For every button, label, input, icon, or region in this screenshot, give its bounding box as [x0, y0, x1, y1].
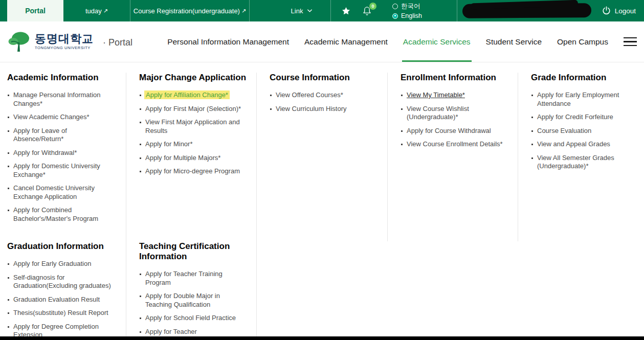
bullet-icon: [140, 171, 141, 172]
menu-icon[interactable]: [624, 21, 637, 62]
menu-item-label: Apply for Domestic University Exchange*: [13, 162, 100, 178]
menu-item[interactable]: Cancel Domestic University Exchange Appl…: [7, 184, 117, 201]
menu-item[interactable]: Apply for Course Withdrawal: [401, 127, 508, 135]
menu-item[interactable]: Apply for Combined Bachelor's/Master's P…: [7, 206, 117, 223]
bullet-icon: [531, 117, 533, 118]
menu-item[interactable]: View Offered Courses*: [270, 91, 378, 100]
link-dropdown-label: Link: [291, 7, 303, 15]
language-option-english[interactable]: English: [392, 12, 422, 19]
menu-item[interactable]: Apply for Affiliation Change*: [139, 91, 247, 100]
tree-logo-icon: [7, 31, 31, 53]
menu-item[interactable]: View and Appeal Grades: [531, 140, 628, 149]
menu-item-label: Apply for First Major (Selection)*: [145, 105, 241, 112]
menu-item[interactable]: View Curriculum History: [270, 105, 378, 114]
tuday-link[interactable]: tuday ↗: [63, 0, 130, 21]
menu-item[interactable]: View Course Wishlist (Undergraduate)*: [401, 105, 508, 122]
menu-item[interactable]: Apply for Credit Forfeiture: [531, 113, 628, 122]
brand-english-name: TONGMYONG UNIVERSITY: [35, 46, 94, 50]
spacer: [422, 0, 457, 21]
nav-personal-information-management[interactable]: Personal Information Management: [167, 21, 289, 62]
brand-korean-name: 동명대학교: [35, 33, 94, 44]
menu-item-label: Apply for Early Employment Attendance: [537, 91, 619, 107]
menu-item-label: Apply for Early Graduation: [13, 260, 91, 267]
bullet-icon: [270, 108, 272, 110]
menu-item[interactable]: Course Evaluation: [531, 127, 628, 135]
menu-item[interactable]: Apply for Double Major in Teaching Quali…: [139, 292, 247, 309]
nav-open-campus[interactable]: Open Campus: [557, 21, 608, 62]
menu-item[interactable]: View First Major Application and Results: [139, 118, 247, 135]
bullet-icon: [140, 331, 141, 333]
language-switcher: 한국어 English: [392, 0, 422, 21]
menu-item[interactable]: Apply for Leave of Absence/Return*: [7, 127, 117, 144]
menu-item-label: Apply for Course Withdrawal: [407, 127, 491, 134]
redacted-username: [462, 3, 591, 18]
menu-column-academic-information: Academic InformationManage Personal Info…: [7, 73, 126, 241]
menu-item[interactable]: Thesis(substitute) Result Report: [7, 309, 117, 318]
menu-item[interactable]: Apply for Minor*: [139, 140, 247, 149]
menu-item[interactable]: Apply for Domestic University Exchange*: [7, 162, 117, 179]
bullet-icon: [401, 95, 403, 96]
menu-item[interactable]: Apply for First Major (Selection)*: [139, 105, 247, 114]
bullet-icon: [531, 95, 533, 96]
bullet-icon: [140, 318, 141, 319]
menu-item-label: Apply for Leave of Absence/Return*: [13, 127, 67, 143]
menu-item-label: View Course Wishlist (Undergraduate)*: [407, 105, 469, 121]
bullet-icon: [8, 188, 9, 189]
portal-tab[interactable]: Portal: [7, 0, 63, 21]
nav-academic-management[interactable]: Academic Management: [304, 21, 388, 62]
menu-item[interactable]: Apply for Withdrawal*: [7, 149, 117, 157]
menu-item-label: View Curriculum History: [276, 105, 346, 112]
logout-button[interactable]: Logout: [602, 0, 636, 21]
bullet-icon: [140, 95, 141, 96]
course-registration-link[interactable]: Course Registration(undergraduate) ↗: [130, 0, 249, 21]
bullet-icon: [401, 108, 403, 110]
university-logo[interactable]: 동명대학교 TONGMYONG UNIVERSITY · Portal: [7, 21, 132, 62]
menu-item[interactable]: Self-diagnosis for Graduation(Excluding …: [7, 274, 117, 290]
bullet-icon: [8, 130, 9, 132]
megamenu-row-1: Academic InformationManage Personal Info…: [7, 73, 637, 241]
menu-item-label: Apply for School Field Practice: [145, 314, 236, 322]
menu-item[interactable]: Manage Personal Information Changes*: [7, 91, 117, 108]
bullet-icon: [8, 277, 9, 279]
external-link-icon: ↗: [241, 8, 246, 14]
menu-column-teaching-certification-information: Teaching Certification InformationApply …: [126, 241, 257, 340]
menu-item[interactable]: View All Semester Grades (Undergraduate)…: [531, 154, 628, 171]
menu-item-label: Apply for Combined Bachelor's/Master's P…: [13, 206, 98, 222]
menu-item[interactable]: Apply for Early Employment Attendance: [531, 91, 628, 108]
nav-label: Personal Information Management: [167, 37, 289, 47]
menu-item-label: View Course Enrollment Details*: [407, 140, 503, 148]
menu-column-enrollment-information: Enrollment InformationView My Timetable*…: [388, 73, 518, 241]
menu-column-title: Academic Information: [7, 73, 117, 83]
spacer: [250, 0, 273, 21]
menu-item[interactable]: Apply for Micro-degree Program: [139, 167, 247, 176]
language-option-korean[interactable]: 한국어: [392, 2, 422, 11]
menu-item[interactable]: Graduation Evaluation Result: [7, 296, 117, 304]
academic-services-megamenu: Academic InformationManage Personal Info…: [0, 62, 644, 340]
link-dropdown[interactable]: Link: [273, 0, 330, 21]
notification-count-badge: 0: [369, 3, 376, 10]
menu-item[interactable]: Apply for School Field Practice: [139, 314, 247, 323]
nav-student-service[interactable]: Student Service: [486, 21, 542, 62]
menu-item[interactable]: View Academic Changes*: [7, 113, 117, 122]
menu-column-title: Course Information: [270, 73, 378, 83]
nav-academic-services[interactable]: Academic Services: [403, 21, 471, 62]
notifications-button[interactable]: 0: [362, 0, 372, 21]
menu-item[interactable]: Apply for Early Graduation: [7, 260, 117, 268]
menu-column-graduation-information: Graduation InformationApply for Early Gr…: [7, 241, 126, 340]
menu-column-title: Enrollment Information: [401, 73, 508, 83]
menu-item[interactable]: Apply for Multiple Majors*: [139, 154, 247, 163]
favorites-button[interactable]: [341, 0, 351, 21]
power-icon: [602, 6, 611, 16]
menu-item[interactable]: View Course Enrollment Details*: [401, 140, 508, 149]
menu-item[interactable]: Apply for Teacher Training Program: [139, 270, 247, 287]
bullet-icon: [140, 274, 141, 275]
bullet-icon: [8, 166, 9, 167]
megamenu-row-2: Graduation InformationApply for Early Gr…: [7, 241, 637, 340]
nav-label: Open Campus: [557, 37, 608, 47]
star-icon: [341, 6, 351, 16]
divider: [457, 0, 457, 21]
menu-list: Apply for Early Employment AttendanceApp…: [531, 91, 628, 171]
menu-item[interactable]: View My Timetable*: [401, 91, 508, 100]
menu-item-label: Apply for Minor*: [145, 140, 192, 148]
bullet-icon: [140, 296, 141, 297]
